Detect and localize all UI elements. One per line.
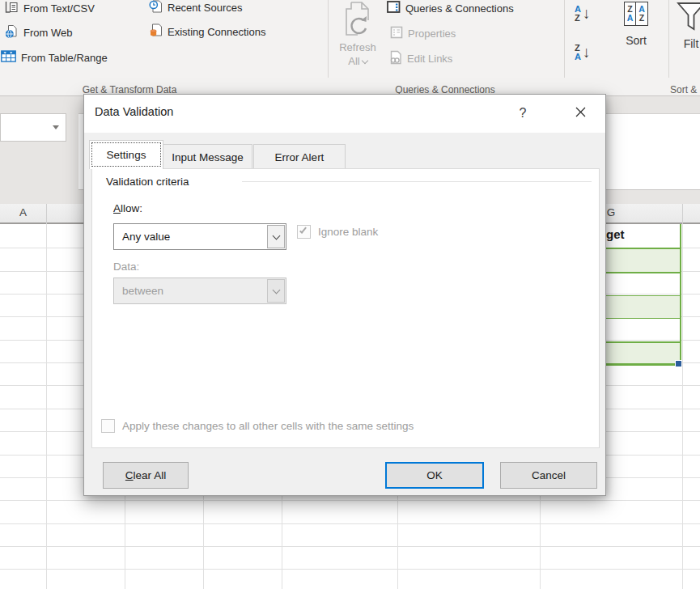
gridline <box>46 224 47 589</box>
filter-button[interactable]: Filt <box>675 2 700 51</box>
chain-link-icon <box>388 50 402 67</box>
data-combobox-dropdown-button <box>267 279 285 303</box>
validation-criteria-heading: Validation criteria <box>106 176 189 188</box>
refresh-all-label-1: Refresh <box>339 40 376 54</box>
ribbon-separator <box>668 0 669 78</box>
sort-button[interactable]: ZA AZ Sort <box>613 2 659 48</box>
tab-error-alert[interactable]: Error Alert <box>253 144 346 169</box>
queries-connections-label: Queries & Connections <box>405 2 514 15</box>
chevron-down-icon <box>272 286 280 294</box>
web-globe-icon <box>5 24 19 41</box>
from-text-csv-button[interactable]: From Text/CSV <box>5 1 95 16</box>
sort-dialog-icon: ZA AZ <box>624 2 648 26</box>
filter-label: Filt <box>684 37 699 51</box>
from-table-range-label: From Table/Range <box>21 52 108 64</box>
gridline <box>682 224 683 589</box>
ribbon: From Text/CSV From Web From Table/Range … <box>0 0 700 96</box>
cancel-button[interactable]: Cancel <box>500 462 597 489</box>
clear-all-button[interactable]: Clear All <box>103 462 189 489</box>
refresh-icon <box>342 1 374 40</box>
recent-sources-button[interactable]: Recent Sources <box>149 0 243 15</box>
from-table-range-button[interactable]: From Table/Range <box>1 50 108 65</box>
chevron-down-icon <box>272 231 280 239</box>
budget-cell-text: get <box>606 227 625 241</box>
name-box[interactable] <box>0 113 66 142</box>
recent-sources-label: Recent Sources <box>168 2 243 14</box>
data-validation-dialog: Data Validation ? Settings Input Message… <box>83 94 606 496</box>
ignore-blank-checkbox <box>297 225 311 239</box>
fill-handle[interactable] <box>675 360 681 367</box>
queries-connections-button[interactable]: Queries & Connections <box>387 1 514 16</box>
database-icon <box>149 23 163 40</box>
sort-descending-button[interactable]: ZA ↓ <box>575 44 590 61</box>
ribbon-separator <box>564 0 565 78</box>
settings-panel: Validation criteria Allow: Any value Ign… <box>91 168 600 448</box>
properties-icon <box>390 26 403 41</box>
ribbon-separator <box>328 0 329 78</box>
ok-label: OK <box>426 469 443 481</box>
section-rule <box>242 181 592 182</box>
from-text-csv-label: From Text/CSV <box>23 2 95 15</box>
sort-label: Sort <box>626 34 647 48</box>
queries-pane-icon <box>387 1 401 16</box>
name-box-dropdown-icon <box>53 125 59 129</box>
allow-label: Allow: <box>113 202 142 214</box>
down-arrow-icon: ↓ <box>583 5 591 23</box>
from-web-button[interactable]: From Web <box>5 24 72 41</box>
tab-error-alert-label: Error Alert <box>275 151 325 163</box>
close-button[interactable] <box>565 102 596 125</box>
help-button[interactable]: ? <box>511 103 534 124</box>
dialog-titlebar[interactable]: Data Validation ? <box>84 95 605 133</box>
properties-button: Properties <box>390 26 456 41</box>
funnel-icon <box>677 2 700 35</box>
tab-input-message-label: Input Message <box>172 151 244 163</box>
ignore-blank-label: Ignore blank <box>318 226 378 238</box>
edit-links-button: Edit Links <box>388 50 452 67</box>
text-csv-file-icon <box>5 1 19 16</box>
close-icon <box>575 106 586 121</box>
data-combobox: between <box>113 278 286 304</box>
down-arrow-icon: ↓ <box>583 44 591 61</box>
apply-changes-checkbox <box>101 419 115 433</box>
dialog-title: Data Validation <box>95 105 173 118</box>
allow-combobox-dropdown-button[interactable] <box>267 225 285 248</box>
sort-za-icon: ZA <box>575 44 581 61</box>
from-web-label: From Web <box>23 27 72 39</box>
properties-label: Properties <box>408 28 456 40</box>
excel-window: From Text/CSV From Web From Table/Range … <box>0 0 700 589</box>
header-gridline <box>46 204 47 224</box>
dropdown-chevron-icon <box>361 57 367 64</box>
edit-links-label: Edit Links <box>407 53 452 65</box>
allow-combobox-value: Any value <box>114 231 267 243</box>
sort-ascending-button[interactable]: AZ ↓ <box>575 5 590 23</box>
refresh-all-label-2: All <box>348 54 367 68</box>
recent-sources-clock-icon <box>149 0 163 15</box>
allow-combobox[interactable]: Any value <box>113 223 286 250</box>
data-label: Data: <box>113 261 139 273</box>
tab-settings[interactable]: Settings <box>89 140 163 169</box>
header-gridline <box>682 204 683 224</box>
cancel-label: Cancel <box>532 469 566 481</box>
column-header-a[interactable]: A <box>0 206 46 218</box>
table-icon <box>1 50 16 65</box>
clear-all-label: Clear All <box>125 469 166 481</box>
sort-az-icon: AZ <box>575 5 581 23</box>
apply-changes-label: Apply these changes to all other cells w… <box>122 420 414 432</box>
checkmark-icon <box>299 226 307 233</box>
range-border-right <box>680 224 681 366</box>
existing-connections-label: Existing Connections <box>168 26 265 38</box>
existing-connections-button[interactable]: Existing Connections <box>149 23 265 40</box>
refresh-all-button: Refresh All <box>332 1 384 68</box>
tab-settings-label: Settings <box>107 149 146 161</box>
tab-input-message[interactable]: Input Message <box>163 144 252 169</box>
group-label-sort-filter: Sort & <box>670 84 700 95</box>
ok-button[interactable]: OK <box>385 462 484 489</box>
data-combobox-value: between <box>114 285 267 297</box>
